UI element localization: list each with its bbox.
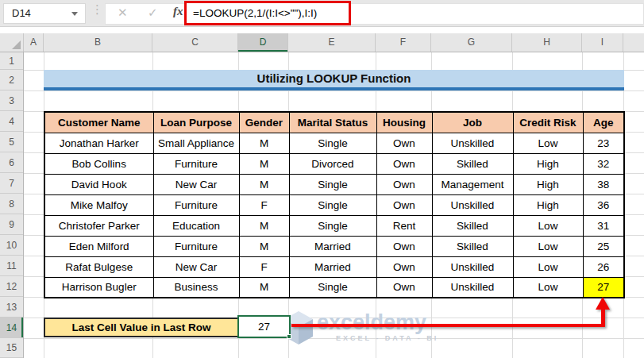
table-cell[interactable]: Unskilled <box>432 256 513 277</box>
column-header[interactable]: I <box>582 33 623 52</box>
insert-function-icon[interactable]: fx <box>173 5 183 18</box>
caret-down-icon[interactable] <box>71 12 78 16</box>
table-cell[interactable]: Education <box>153 215 239 236</box>
table-cell[interactable]: F <box>239 256 289 277</box>
table-cell[interactable]: F <box>239 194 289 215</box>
table-cell[interactable]: Skilled <box>432 153 513 174</box>
table-cell[interactable]: Married <box>289 236 376 256</box>
table-cell[interactable]: Single <box>289 215 376 236</box>
table-cell[interactable]: Own <box>376 133 432 153</box>
row-header[interactable]: 12 <box>0 276 23 297</box>
column-header[interactable]: H <box>512 33 582 52</box>
table-cell[interactable]: Single <box>289 194 376 215</box>
table-cell[interactable]: High <box>513 174 583 194</box>
table-cell[interactable]: Rafat Bulgese <box>44 256 153 277</box>
table-cell[interactable]: New Car <box>153 174 239 194</box>
table-header-cell[interactable]: Job <box>432 112 513 133</box>
row-header[interactable]: 10 <box>0 235 23 256</box>
row-header[interactable]: 11 <box>0 256 23 276</box>
table-header-cell[interactable]: Age <box>583 112 624 133</box>
table-cell[interactable]: New Car <box>153 256 239 277</box>
table-cell[interactable]: Low <box>513 277 583 298</box>
row-header[interactable]: 3 <box>0 90 23 111</box>
table-cell[interactable]: Own <box>376 194 432 215</box>
table-cell[interactable]: Unskilled <box>432 194 513 215</box>
column-header[interactable]: G <box>431 33 512 52</box>
column-header[interactable]: D <box>238 33 288 52</box>
table-cell[interactable]: M <box>239 153 289 174</box>
table-header-cell[interactable]: Housing <box>376 112 432 133</box>
table-cell[interactable]: Single <box>289 133 376 153</box>
column-header[interactable]: F <box>376 33 431 52</box>
table-cell[interactable]: Own <box>376 256 432 277</box>
table-cell[interactable]: Married <box>289 256 376 277</box>
table-cell[interactable]: Own <box>376 153 432 174</box>
select-all-button[interactable] <box>0 33 24 52</box>
table-cell[interactable]: Mike Malfoy <box>44 194 153 215</box>
table-cell[interactable]: Jonathan Harker <box>44 133 153 153</box>
row-header[interactable]: 14 <box>0 318 23 338</box>
table-cell[interactable]: Low <box>513 215 583 236</box>
table-cell[interactable]: Christofer Parker <box>44 215 153 236</box>
fill-handle[interactable] <box>287 334 291 339</box>
row-header[interactable]: 9 <box>0 214 23 235</box>
table-header-cell[interactable]: Marital Status <box>289 112 376 133</box>
table-cell[interactable]: 31 <box>583 215 624 236</box>
column-header[interactable]: A <box>24 33 44 52</box>
table-cell[interactable]: Single <box>289 277 376 298</box>
table-cell[interactable]: 36 <box>583 194 624 215</box>
table-cell[interactable]: High <box>513 194 583 215</box>
table-cell[interactable]: Bob Collins <box>44 153 153 174</box>
table-cell[interactable]: Own <box>376 236 432 256</box>
table-cell[interactable]: High <box>513 153 583 174</box>
column-header[interactable]: C <box>152 33 238 52</box>
table-cell[interactable]: Harrison Bugler <box>44 277 153 298</box>
table-header-cell[interactable]: Customer Name <box>44 112 153 133</box>
table-cell[interactable]: Low <box>513 256 583 277</box>
table-cell[interactable]: 26 <box>583 256 624 277</box>
table-cell[interactable]: Single <box>289 174 376 194</box>
table-cell[interactable]: Low <box>513 236 583 256</box>
table-cell[interactable]: Rent <box>376 215 432 236</box>
highlighted-cell[interactable]: 27 <box>583 277 624 298</box>
table-cell[interactable]: Own <box>376 277 432 298</box>
row-header[interactable]: 15 <box>0 338 23 358</box>
table-cell[interactable]: M <box>239 215 289 236</box>
table-cell[interactable]: Unskilled <box>432 277 513 298</box>
table-cell[interactable]: Unskilled <box>432 133 513 153</box>
row-header[interactable]: 2 <box>0 70 23 90</box>
column-header[interactable]: E <box>288 33 376 52</box>
row-header[interactable]: 6 <box>0 152 23 173</box>
row-header[interactable]: 1 <box>0 52 23 70</box>
table-cell[interactable]: M <box>239 133 289 153</box>
table-cell[interactable]: Furniture <box>153 236 239 256</box>
table-header-cell[interactable]: Gender <box>239 112 289 133</box>
table-cell[interactable]: Divorced <box>289 153 376 174</box>
table-cell[interactable]: Skilled <box>432 236 513 256</box>
table-cell[interactable]: M <box>239 236 289 256</box>
table-cell[interactable]: David Hook <box>44 174 153 194</box>
table-cell[interactable]: Eden Milford <box>44 236 153 256</box>
row-header[interactable]: 4 <box>0 111 23 132</box>
active-cell-d14[interactable]: 27 <box>237 315 291 338</box>
table-cell[interactable]: Management <box>432 174 513 194</box>
enter-icon[interactable]: ✓ <box>148 6 158 20</box>
table-cell[interactable]: Furniture <box>153 153 239 174</box>
table-cell[interactable]: 23 <box>583 133 624 153</box>
table-cell[interactable]: Own <box>376 174 432 194</box>
table-cell[interactable]: M <box>239 174 289 194</box>
table-cell[interactable]: Skilled <box>432 215 513 236</box>
row-header[interactable]: 5 <box>0 132 23 152</box>
table-cell[interactable]: 38 <box>583 174 624 194</box>
row-header[interactable]: 8 <box>0 194 23 214</box>
table-cell[interactable]: 32 <box>583 153 624 174</box>
table-cell[interactable]: Low <box>513 133 583 153</box>
table-cell[interactable]: Business <box>153 277 239 298</box>
column-header[interactable]: B <box>44 33 152 52</box>
table-header-cell[interactable]: Loan Purpose <box>153 112 239 133</box>
table-cell[interactable]: M <box>239 277 289 298</box>
name-box[interactable]: D14 <box>3 3 86 24</box>
row-header[interactable]: 13 <box>0 297 23 318</box>
row-header[interactable]: 7 <box>0 173 23 194</box>
table-cell[interactable]: Small Appliance <box>153 133 239 153</box>
